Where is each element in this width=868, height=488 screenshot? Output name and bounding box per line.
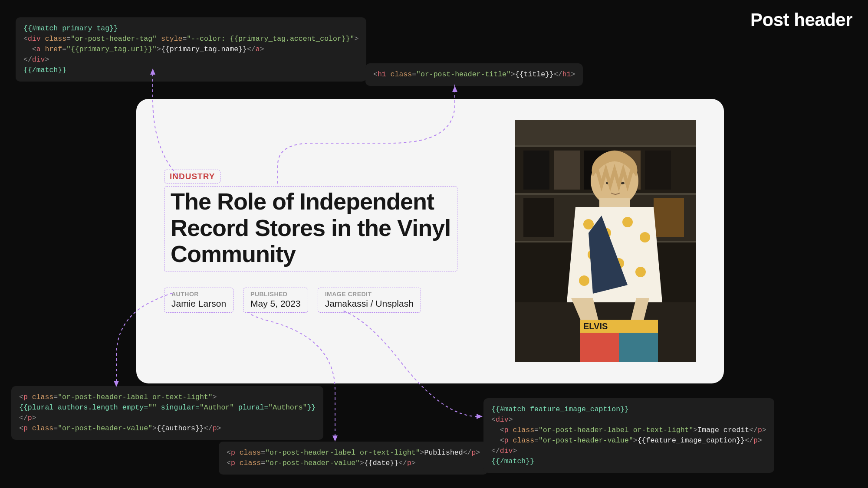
svg-point-21 <box>640 232 650 242</box>
meta-value: May 5, 2023 <box>250 298 301 309</box>
card-right-column: ELVIS <box>515 120 696 363</box>
svg-marker-36 <box>477 414 483 419</box>
post-title-box: The Role of Independent Record Stores in… <box>164 186 457 272</box>
code-block-image-credit: {{#match feature_image_caption}} <div> <… <box>483 398 774 473</box>
svg-rect-15 <box>654 198 684 237</box>
svg-marker-33 <box>452 86 457 92</box>
feature-image: ELVIS <box>515 120 696 362</box>
primary-tag[interactable]: INDUSTRY <box>164 170 220 183</box>
meta-label: PUBLISHED <box>250 291 301 298</box>
svg-point-20 <box>622 217 633 227</box>
svg-rect-1 <box>515 120 696 146</box>
post-title: The Role of Independent Record Stores in… <box>171 188 451 267</box>
meta-published: PUBLISHED May 5, 2023 <box>243 288 308 313</box>
svg-marker-35 <box>332 436 338 442</box>
svg-rect-9 <box>523 151 549 190</box>
meta-row: AUTHOR Jamie Larson PUBLISHED May 5, 202… <box>164 288 489 313</box>
card-left-column: INDUSTRY The Role of Independent Record … <box>164 120 489 363</box>
svg-point-24 <box>635 267 646 277</box>
meta-value: Jamie Larson <box>171 298 226 309</box>
code-block-primary-tag: {{#match primary_tag}} <div class="or-po… <box>16 17 366 82</box>
meta-label: IMAGE CREDIT <box>325 291 414 298</box>
code-block-title: <h1 class="or-post-header-title">{{title… <box>365 63 583 86</box>
svg-rect-6 <box>515 145 696 147</box>
meta-author: AUTHOR Jamie Larson <box>164 288 233 313</box>
svg-point-18 <box>583 219 594 229</box>
svg-rect-14 <box>523 198 554 237</box>
meta-value: Jamakassi / Unsplash <box>325 298 414 309</box>
svg-rect-13 <box>645 151 671 190</box>
meta-image-credit: IMAGE CREDIT Jamakassi / Unsplash <box>318 288 421 313</box>
page-title: Post header <box>750 10 852 30</box>
code-block-published: <p class="or-post-header-label or-text-l… <box>219 442 488 475</box>
post-header-card: INDUSTRY The Role of Independent Record … <box>136 99 724 383</box>
code-block-author: <p class="or-post-header-label or-text-l… <box>11 386 323 440</box>
svg-rect-10 <box>554 151 580 190</box>
meta-label: AUTHOR <box>171 291 226 298</box>
svg-point-25 <box>579 275 589 286</box>
svg-rect-17 <box>599 198 630 207</box>
svg-text:ELVIS: ELVIS <box>583 321 608 331</box>
